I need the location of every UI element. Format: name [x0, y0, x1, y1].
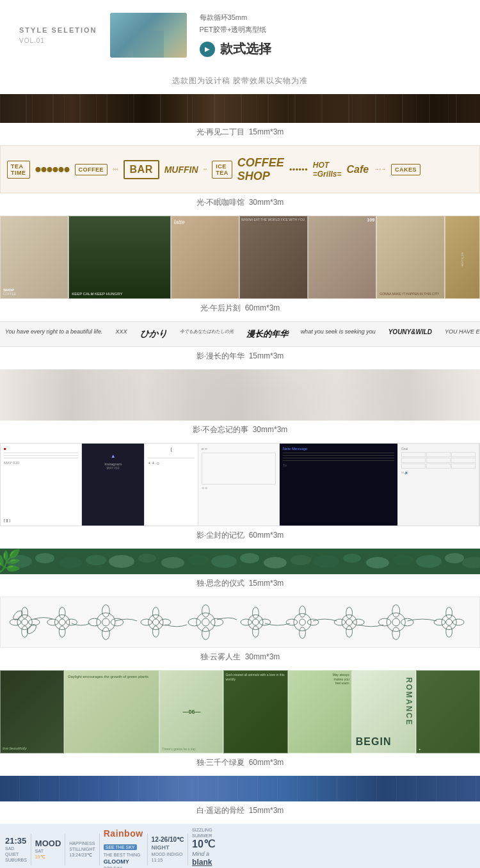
green-cell-1: live beautifully: [0, 670, 64, 753]
weather-rainbow: Rainbow: [104, 828, 143, 839]
strip-manche: You have every right to a beautiful life…: [0, 321, 480, 347]
weather-sep-4: [147, 833, 148, 865]
header-cta[interactable]: ▶ 款式选择: [200, 40, 271, 58]
product-7: 独·思念的仪式 15mm*3m: [0, 549, 480, 593]
vol-label: VOL.01: [19, 37, 97, 44]
weather-time2: 13:24/23℃: [69, 853, 95, 858]
weather-sat: SAT: [35, 849, 61, 853]
product-9: live beautifully Daylight encourages the…: [0, 670, 480, 772]
strip-shadow-forgot: [0, 369, 480, 421]
weather-mood-block: MOOD SAT 19℃: [35, 839, 61, 860]
svg-point-3: [59, 557, 82, 568]
weather-quiet: QUIET: [5, 852, 27, 856]
tape-strip-3: SHOP COFFEE KEEP CALM KEEP HUNGRY latte …: [0, 216, 480, 299]
green-cell-7: ●: [416, 670, 480, 753]
manche-text-3: ひかり: [140, 328, 167, 340]
svg-point-1: [6, 555, 32, 568]
svg-point-13: [314, 555, 339, 568]
manche-text-1: You have every right to a beautiful life…: [5, 328, 103, 340]
manche-text-scroll: You have every right to a beautiful life…: [5, 328, 480, 340]
product-10: 白·遥远的骨经 15mm*3m: [0, 776, 480, 820]
svg-rect-83: [0, 776, 480, 801]
weather-time-1: 21:35 SAD QUIET SUBURBS: [5, 837, 27, 862]
collage-cell-4: WANNA EAT THE WORLD FICE WITH YOU: [239, 216, 308, 299]
weather-time-display: 21:35: [5, 837, 27, 845]
header-image: [110, 13, 187, 58]
manche-text-5: 漫长的年华: [246, 328, 288, 340]
coffee-item-bar: BAR: [124, 160, 159, 179]
coffee-dots-3: ◦◦: [204, 166, 207, 172]
planner-cell-1: ■ MAY 010 [ ][ ]: [1, 444, 82, 526]
strip-floral: [0, 597, 480, 648]
weather-sep-1: [31, 833, 31, 865]
weather-highlight-sky: SEE THE SKY: [104, 840, 143, 851]
tape-strip-8: [0, 597, 480, 648]
weather-sep-5: [188, 833, 188, 865]
weather-sizzling: SIZZLING: [192, 828, 223, 832]
svg-point-17: [416, 555, 442, 568]
tape-strip-9: live beautifully Daylight encourages the…: [0, 670, 480, 753]
svg-point-5: [109, 555, 134, 568]
sky-highlight: SEE THE SKY: [104, 844, 137, 850]
tape-strip-6: ■ MAY 010 [ ][ ] ▲ Instagram MAY 010 ⟨ +…: [0, 443, 480, 526]
weather-happiness-block: HAPPINESS STILLNIGHT 13:24/23℃: [69, 841, 95, 858]
leaves-svg: [0, 549, 480, 574]
svg-point-18: [445, 553, 464, 563]
svg-point-2: [35, 553, 54, 563]
style-label: STYLE SELETION: [19, 26, 97, 34]
tape-strip-11: 21:35 SAD QUIET SUBURBS MOOD SAT 19℃ HAP…: [0, 824, 480, 868]
svg-point-9: [211, 555, 237, 568]
svg-point-4: [86, 555, 106, 565]
weather-sizzling-block: SIZZLING SUMMER 10℃ Mind a blank LIKE A …: [192, 828, 223, 869]
weather-rainbow-block: Rainbow SEE THE SKY THE BEST THING GLOOM…: [104, 828, 143, 868]
collage-cell-2: KEEP CALM KEEP HUNGRY: [68, 216, 171, 299]
header: STYLE SELETION VOL.01 每款循环35mm PET胶带+透明离…: [0, 0, 480, 70]
weather-temp3: 10℃: [192, 839, 223, 849]
green-cell-6: BEGIN ROMANCE: [352, 670, 416, 753]
coffee-dots-2: ◦◦◦: [113, 166, 118, 172]
weather-temp-range-block: 12-26/10℃ NIGHT MOOD INDIGO 11:15: [152, 837, 184, 862]
coffee-item-cakes: CAKES: [391, 164, 420, 175]
strip-green-collage: live beautifully Daylight encourages the…: [0, 670, 480, 753]
coffee-dots-5: →◦→: [374, 166, 386, 172]
svg-point-10: [240, 553, 259, 563]
green-cell-5: May alwaysmakes youfeel warm: [288, 670, 352, 753]
product-label-2: 光·不眠咖啡馆 30mm*3m: [0, 193, 480, 212]
tape-strip-7: [0, 549, 480, 574]
coffee-item-ice: ICETEA: [212, 161, 232, 179]
weather-mood-indigo: MOOD INDIGO: [152, 852, 184, 856]
weather-happiness: HAPPINESS: [69, 841, 95, 846]
svg-point-15: [366, 557, 389, 568]
collage-cell-1: SHOP COFFEE: [0, 216, 68, 299]
tape-strip-5: [0, 369, 480, 421]
product-4: You have every right to a beautiful life…: [0, 321, 480, 366]
svg-point-16: [393, 555, 413, 565]
blue-strip-svg: [0, 776, 480, 801]
play-icon[interactable]: ▶: [200, 42, 215, 57]
product-label-7: 独·思念的仪式 15mm*3m: [0, 574, 480, 593]
coffee-item-tea: TEATIME: [7, 161, 30, 179]
planner-cell-3: ⟨ ++☺: [145, 444, 198, 526]
weather-best-thing: THE BEST THING: [104, 853, 143, 857]
product-5: 影·不会忘记的事 30mm*3m: [0, 369, 480, 439]
svg-rect-84: [0, 776, 480, 801]
green-cell-3: —06— There's gonna be a day: [159, 670, 223, 753]
weather-time3: 11:15: [152, 858, 184, 862]
tape-strip-10: [0, 776, 480, 801]
weather-sad: SAD: [5, 846, 27, 851]
weather-summer: SUMMER: [192, 833, 223, 838]
weather-mood-display: MOOD: [35, 839, 61, 848]
weather-stillnight: STILLNIGHT: [69, 847, 95, 851]
product-11: 21:35 SAD QUIET SUBURBS MOOD SAT 19℃ HAP…: [0, 824, 480, 868]
strip-green-leaves: [0, 549, 480, 574]
cta-text: 款式选择: [220, 40, 271, 58]
coffee-cafe: Cafe: [346, 164, 369, 175]
product-3: SHOP COFFEE KEEP CALM KEEP HUNGRY latte …: [0, 216, 480, 317]
coffee-dots-1: ⬤⬤⬤⬤⬤⬤: [35, 166, 70, 172]
tape-strip-1: [0, 94, 480, 123]
svg-rect-20: [6, 597, 474, 647]
green-cell-2: Daylight encourages the growth of green …: [64, 670, 159, 753]
collage-cell-6: GONNA MAKE IT HAPPEN IN THIS CITY: [376, 216, 445, 299]
svg-point-11: [264, 557, 287, 568]
coffee-dots-4: ●●●●●●: [289, 166, 308, 172]
